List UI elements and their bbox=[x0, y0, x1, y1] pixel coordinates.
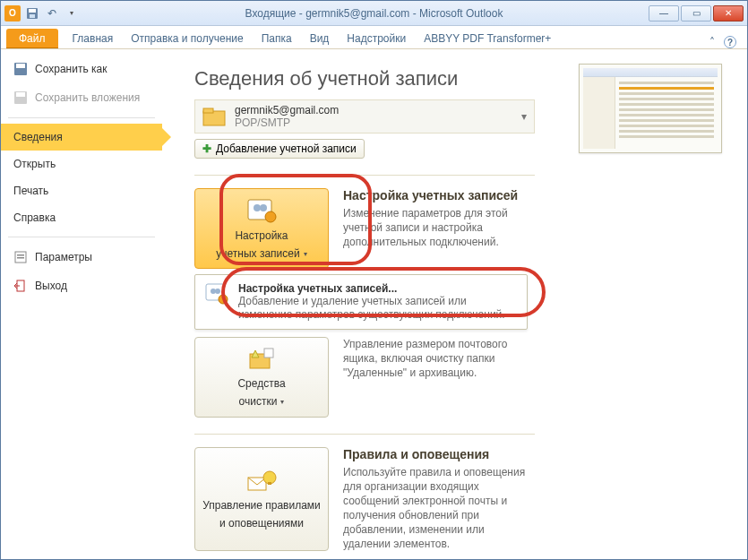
qat-save-icon[interactable] bbox=[24, 5, 40, 22]
svg-point-16 bbox=[265, 211, 276, 222]
plus-icon: ✚ bbox=[202, 142, 211, 155]
nav-open[interactable]: Открыть bbox=[1, 151, 162, 177]
nav-options[interactable]: Параметры bbox=[1, 243, 162, 271]
account-selector[interactable]: germnik5@gmail.com POP/SMTP ▾ bbox=[194, 99, 535, 134]
section-rules: Управление правилами и оповещениями Прав… bbox=[194, 447, 720, 551]
backstage-content: Сведения об учетной записи germnik5@gmai… bbox=[162, 49, 747, 559]
nav-info-label: Сведения bbox=[13, 131, 63, 143]
nav-separator bbox=[8, 117, 155, 118]
save-attachments-icon bbox=[13, 90, 28, 105]
section-cleanup-body: Управление размером почтового ящика, вкл… bbox=[343, 337, 531, 380]
section-rules-text: Правила и оповещения Используйте правила… bbox=[343, 447, 531, 551]
nav-save-as[interactable]: Сохранить как bbox=[1, 55, 162, 83]
section-rules-body: Используйте правила и оповещения для орг… bbox=[343, 465, 531, 551]
nav-exit[interactable]: Выход bbox=[1, 271, 162, 300]
tab-home[interactable]: Главная bbox=[64, 29, 123, 48]
close-button[interactable]: ✕ bbox=[713, 5, 744, 22]
backstage-nav: Сохранить как Сохранить вложения Сведени… bbox=[1, 49, 162, 559]
qat-customize-icon[interactable]: ▾ bbox=[64, 5, 80, 22]
svg-point-15 bbox=[260, 204, 267, 211]
cleanup-button-l1: Средства bbox=[237, 377, 285, 390]
svg-point-24 bbox=[263, 471, 276, 484]
rules-icon bbox=[246, 469, 277, 494]
account-settings-button-l1: Настройка bbox=[235, 229, 288, 242]
tab-view[interactable]: Вид bbox=[301, 29, 339, 48]
tab-file[interactable]: Файл bbox=[6, 29, 58, 48]
tab-addins[interactable]: Надстройки bbox=[338, 29, 415, 48]
account-settings-small-icon bbox=[204, 282, 229, 306]
svg-point-14 bbox=[254, 204, 261, 211]
ribbon-minimize-icon[interactable]: ˄ bbox=[709, 36, 715, 48]
nav-print[interactable]: Печать bbox=[1, 177, 162, 204]
help-icon[interactable]: ? bbox=[724, 36, 736, 48]
section-account-settings: Настройка учетных записей ▾ Настройка уч… bbox=[194, 188, 720, 269]
rules-button-l1: Управление правилами bbox=[202, 499, 321, 512]
account-settings-icon bbox=[245, 197, 278, 224]
ribbon-tabs: Файл Главная Отправка и получение Папка … bbox=[1, 26, 747, 49]
nav-save-attachments: Сохранить вложения bbox=[1, 83, 162, 112]
rules-alerts-button[interactable]: Управление правилами и оповещениями bbox=[194, 447, 329, 551]
section-cleanup: Средства очистки ▾ Управление размером п… bbox=[194, 337, 720, 418]
section-account-settings-text: Настройка учетных записей Изменение пара… bbox=[343, 188, 531, 269]
window-controls: — ▭ ✕ bbox=[647, 5, 744, 22]
window-title: Входящие - germnik5@gmail.com - Microsof… bbox=[1, 7, 747, 20]
section-rules-title: Правила и оповещения bbox=[343, 447, 531, 461]
save-as-icon bbox=[13, 62, 28, 76]
account-text: germnik5@gmail.com POP/SMTP bbox=[235, 104, 514, 129]
nav-options-label: Параметры bbox=[35, 251, 92, 263]
tab-folder[interactable]: Папка bbox=[253, 29, 301, 48]
section-account-settings-body: Изменение параметров для этой учетной за… bbox=[343, 206, 531, 249]
cleanup-icon bbox=[246, 347, 277, 372]
svg-rect-2 bbox=[30, 14, 35, 18]
account-settings-dropdown-item[interactable]: Настройка учетных записей... Добавление … bbox=[194, 274, 528, 330]
backstage: Сохранить как Сохранить вложения Сведени… bbox=[1, 49, 747, 559]
add-account-label: Добавление учетной записи bbox=[216, 142, 357, 155]
chevron-down-icon: ▾ bbox=[304, 250, 307, 258]
cleanup-button-l2: очистки bbox=[239, 395, 278, 408]
svg-point-20 bbox=[219, 295, 228, 304]
nav-exit-label: Выход bbox=[35, 280, 67, 292]
nav-help-label: Справка bbox=[13, 211, 56, 224]
titlebar: O ↶ ▾ Входящие - germnik5@gmail.com - Mi… bbox=[1, 1, 747, 26]
account-settings-button[interactable]: Настройка учетных записей ▾ bbox=[194, 188, 329, 269]
exit-icon bbox=[13, 279, 28, 293]
svg-rect-12 bbox=[203, 108, 213, 113]
nav-print-label: Печать bbox=[13, 185, 48, 197]
section-account-settings-title: Настройка учетных записей bbox=[343, 188, 531, 202]
tab-send-receive[interactable]: Отправка и получение bbox=[122, 29, 252, 48]
svg-point-19 bbox=[215, 289, 220, 294]
nav-open-label: Открыть bbox=[13, 158, 56, 170]
app-icon[interactable]: O bbox=[4, 5, 21, 22]
folder-icon bbox=[202, 106, 228, 127]
account-email: germnik5@gmail.com bbox=[235, 104, 514, 116]
svg-rect-6 bbox=[16, 92, 25, 97]
nav-save-attachments-label: Сохранить вложения bbox=[35, 91, 140, 104]
account-settings-button-l2: учетных записей bbox=[216, 247, 299, 260]
rules-button-l2: и оповещениями bbox=[219, 517, 304, 530]
cleanup-tools-button[interactable]: Средства очистки ▾ bbox=[194, 337, 329, 418]
print-preview-thumbnail bbox=[579, 64, 722, 153]
divider bbox=[194, 175, 535, 176]
minimize-button[interactable]: — bbox=[649, 5, 679, 22]
nav-info[interactable]: Сведения bbox=[1, 124, 162, 151]
divider bbox=[194, 434, 535, 435]
chevron-down-icon: ▾ bbox=[521, 110, 527, 123]
chevron-down-icon: ▾ bbox=[280, 398, 284, 406]
svg-rect-4 bbox=[16, 64, 25, 68]
nav-help[interactable]: Справка bbox=[1, 204, 162, 231]
svg-rect-9 bbox=[17, 257, 24, 259]
nav-separator bbox=[8, 237, 155, 237]
svg-rect-25 bbox=[268, 482, 271, 485]
tab-abbyy[interactable]: ABBYY PDF Transformer+ bbox=[415, 29, 560, 48]
account-protocol: POP/SMTP bbox=[235, 116, 514, 129]
maximize-button[interactable]: ▭ bbox=[681, 5, 711, 22]
dropdown-title: Настройка учетных записей... bbox=[238, 282, 518, 295]
dropdown-body: Добавление и удаление учетных записей ил… bbox=[238, 295, 518, 322]
add-account-button[interactable]: ✚ Добавление учетной записи bbox=[194, 139, 365, 159]
svg-rect-22 bbox=[264, 349, 273, 358]
svg-rect-1 bbox=[29, 9, 36, 13]
quick-access-toolbar: O ↶ ▾ bbox=[4, 5, 80, 22]
svg-rect-8 bbox=[17, 254, 24, 256]
options-icon bbox=[13, 250, 28, 264]
qat-undo-icon[interactable]: ↶ bbox=[44, 5, 60, 22]
